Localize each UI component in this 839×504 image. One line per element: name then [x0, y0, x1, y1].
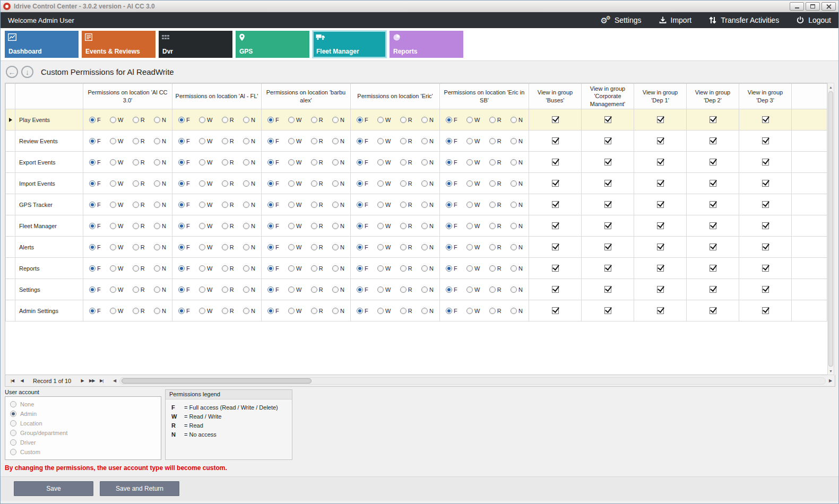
radio-W[interactable]: W [377, 308, 391, 314]
radio-F[interactable]: F [446, 138, 457, 144]
group-checkbox[interactable] [710, 265, 716, 272]
group-checkbox[interactable] [604, 244, 611, 250]
group-checkbox[interactable] [604, 159, 611, 166]
group-checkbox[interactable] [762, 222, 769, 229]
radio-R[interactable]: R [133, 159, 145, 166]
group-checkbox[interactable] [552, 180, 559, 187]
radio-W[interactable]: W [288, 202, 301, 208]
radio-N[interactable]: N [243, 286, 255, 293]
topbar-logout-button[interactable]: Logout [796, 16, 831, 24]
radio-N[interactable]: N [243, 265, 255, 272]
user-account-option-driver[interactable]: Driver [10, 438, 156, 447]
radio-W[interactable]: W [466, 180, 480, 187]
radio-W[interactable]: W [288, 286, 301, 293]
radio-R[interactable]: R [133, 244, 145, 250]
radio-W[interactable]: W [110, 138, 123, 144]
group-checkbox[interactable] [657, 137, 664, 144]
table-row[interactable]: Review EventsFWRNFWRNFWRNFWRNFWRN [6, 131, 827, 152]
radio-F[interactable]: F [178, 202, 190, 208]
radio-W[interactable]: W [466, 265, 480, 272]
radio-F[interactable]: F [178, 223, 190, 229]
radio-W[interactable]: W [466, 202, 480, 208]
radio-R[interactable]: R [489, 223, 501, 229]
group-checkbox[interactable] [604, 265, 611, 272]
radio-W[interactable]: W [110, 223, 123, 229]
group-checkbox[interactable] [604, 286, 611, 293]
radio-F[interactable]: F [446, 180, 457, 187]
radio-F[interactable]: F [357, 180, 368, 187]
radio-R[interactable]: R [400, 244, 412, 250]
radio-F[interactable]: F [89, 286, 101, 293]
radio-R[interactable]: R [222, 223, 234, 229]
tab-reports[interactable]: Reports [390, 31, 463, 58]
group-checkbox[interactable] [657, 265, 664, 272]
nav-prev-button[interactable]: ◀ [17, 375, 27, 386]
radio-R[interactable]: R [311, 159, 323, 166]
radio-W[interactable]: W [377, 223, 391, 229]
table-row[interactable]: SettingsFWRNFWRNFWRNFWRNFWRN [6, 279, 827, 300]
group-checkbox[interactable] [604, 137, 611, 144]
radio-N[interactable]: N [421, 308, 434, 314]
radio-W[interactable]: W [466, 308, 480, 314]
radio-W[interactable]: W [110, 308, 123, 314]
radio-F[interactable]: F [267, 265, 279, 272]
maximize-button[interactable] [806, 2, 820, 11]
radio-N[interactable]: N [243, 308, 255, 314]
radio-W[interactable]: W [110, 117, 123, 123]
radio-F[interactable]: F [446, 202, 457, 208]
nav-first-button[interactable]: |◀ [7, 375, 17, 386]
radio-W[interactable]: W [199, 202, 212, 208]
radio-R[interactable]: R [311, 117, 323, 123]
group-checkbox[interactable] [552, 159, 559, 166]
nav-next-page-button[interactable]: ▶▶ [87, 375, 97, 386]
radio-F[interactable]: F [446, 117, 457, 123]
radio-W[interactable]: W [110, 244, 123, 250]
radio-N[interactable]: N [511, 202, 523, 208]
group-checkbox[interactable] [710, 222, 716, 229]
radio-N[interactable]: N [421, 286, 434, 293]
radio-F[interactable]: F [178, 180, 190, 187]
radio-F[interactable]: F [357, 159, 368, 166]
radio-W[interactable]: W [377, 159, 391, 166]
group-checkbox[interactable] [657, 244, 664, 250]
group-checkbox[interactable] [657, 159, 664, 166]
permission-column-header[interactable]: Permissions on location 'Al - FL' [172, 84, 262, 109]
radio-F[interactable]: F [446, 286, 457, 293]
radio-R[interactable]: R [489, 286, 501, 293]
group-checkbox[interactable] [657, 307, 664, 314]
radio-R[interactable]: R [222, 308, 234, 314]
radio-N[interactable]: N [421, 138, 434, 144]
radio-N[interactable]: N [421, 223, 434, 229]
radio-W[interactable]: W [199, 223, 212, 229]
save-and-return-button[interactable]: Save and Return [100, 481, 179, 496]
radio-W[interactable]: W [288, 117, 301, 123]
radio-F[interactable]: F [357, 202, 368, 208]
radio-N[interactable]: N [421, 244, 434, 250]
radio-W[interactable]: W [377, 244, 391, 250]
group-column-header[interactable]: View in group 'Corporate Management' [582, 84, 634, 109]
radio-N[interactable]: N [154, 308, 166, 314]
radio-F[interactable]: F [357, 286, 368, 293]
radio-R[interactable]: R [489, 159, 501, 166]
topbar-import-button[interactable]: Import [659, 16, 692, 24]
horizontal-scrollbar-thumb[interactable] [122, 378, 312, 384]
radio-N[interactable]: N [332, 138, 344, 144]
radio-F[interactable]: F [267, 223, 279, 229]
table-row[interactable]: Fleet ManagerFWRNFWRNFWRNFWRNFWRN [6, 215, 827, 237]
radio-F[interactable]: F [178, 265, 190, 272]
radio-N[interactable]: N [332, 159, 344, 166]
horizontal-scrollbar-track[interactable] [119, 377, 826, 385]
radio-W[interactable]: W [466, 138, 480, 144]
radio-W[interactable]: W [288, 180, 301, 187]
radio-R[interactable]: R [311, 180, 323, 187]
radio-W[interactable]: W [110, 202, 123, 208]
radio-W[interactable]: W [199, 244, 212, 250]
radio-N[interactable]: N [332, 180, 344, 187]
user-account-option-group-department[interactable]: Group/department [10, 428, 156, 438]
radio-N[interactable]: N [511, 223, 523, 229]
radio-W[interactable]: W [466, 117, 480, 123]
radio-F[interactable]: F [89, 244, 101, 250]
radio-R[interactable]: R [133, 265, 145, 272]
group-checkbox[interactable] [552, 307, 559, 314]
radio-F[interactable]: F [89, 265, 101, 272]
